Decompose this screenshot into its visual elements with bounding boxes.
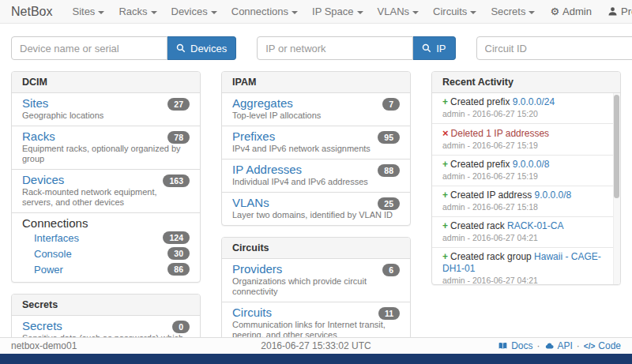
nav-menu-vlans[interactable]: VLANs [371, 6, 426, 17]
docs-link[interactable]: Docs [498, 340, 532, 351]
recent-activity-title: Recent Activity [432, 72, 620, 93]
chevron-down-icon [211, 11, 217, 14]
nav-menu-ip-space[interactable]: IP Space [305, 6, 371, 17]
activity-row: +Created rack RACK-01-CA admin - 2016-06… [432, 217, 620, 248]
chevron-down-icon [151, 11, 157, 14]
racks-link[interactable]: Racks [22, 129, 55, 143]
ip-addresses-count-badge: 88 [378, 164, 400, 177]
interfaces-link[interactable]: Interfaces [34, 232, 163, 244]
list-item: 25 VLANs Layer two domains, identified b… [222, 193, 410, 225]
power-count-badge: 86 [167, 263, 190, 276]
ip-search-button[interactable]: IP [413, 36, 455, 60]
providers-link[interactable]: Providers [232, 262, 282, 276]
secrets-count-badge: 0 [172, 321, 190, 333]
nav-menu-circuits[interactable]: Circuits [426, 6, 483, 17]
nav-menu-devices[interactable]: Devices [164, 6, 224, 17]
interfaces-count-badge: 124 [163, 231, 190, 244]
nav-menu-racks[interactable]: Racks [111, 6, 164, 17]
chevron-down-icon [98, 11, 104, 14]
circuits-link[interactable]: Circuits [232, 306, 272, 319]
activity-object-link[interactable]: 9.0.0.0/8 [513, 159, 550, 170]
nav-menu-sites-label: Sites [72, 6, 95, 17]
vlans-link[interactable]: VLANs [232, 196, 269, 209]
dcim-panel-title: DCIM [12, 72, 200, 93]
footer: netbox-demo01 2016-06-27 15:33:02 UTC Do… [0, 337, 632, 354]
nav-menu-secrets[interactable]: Secrets [483, 6, 542, 17]
activity-row: ×Deleted 1 IP addresses admin - 2016-06-… [432, 124, 620, 156]
activity-row: +Created IP address 9.0.0.0/8 admin - 20… [432, 186, 620, 217]
nav-menu-secrets-label: Secrets [491, 6, 525, 17]
chevron-down-icon [357, 11, 363, 14]
list-item: Console 30 [22, 246, 190, 261]
activity-object-link[interactable]: RACK-01-CA [507, 220, 563, 231]
devices-link[interactable]: Devices [22, 173, 64, 186]
chevron-down-icon [412, 11, 419, 14]
ip-addresses-link[interactable]: IP Addresses [232, 163, 302, 176]
user-icon [608, 6, 618, 17]
code-link[interactable]: </> Code [584, 340, 621, 351]
aggregates-link[interactable]: Aggregates [232, 96, 293, 110]
power-link[interactable]: Power [34, 264, 167, 276]
profile-link[interactable]: Profile [600, 6, 632, 17]
nav-menu-ip-space-label: IP Space [312, 6, 354, 17]
gear-icon: ⚙ [550, 6, 559, 17]
console-link[interactable]: Console [34, 248, 167, 260]
chevron-down-icon [529, 11, 535, 14]
plus-icon: + [442, 159, 448, 170]
activity-meta: admin - 2016-06-27 15:20 [442, 109, 603, 119]
activity-object-link[interactable]: 9.0.0.0/24 [513, 96, 555, 107]
api-link-label: API [558, 340, 573, 351]
list-item: 78 Racks Equipment racks, optionally org… [12, 126, 200, 170]
activity-action: Deleted 1 IP addresses [451, 128, 550, 139]
scrollbar-thumb[interactable] [614, 95, 619, 198]
circuits-count-badge: 11 [378, 307, 400, 320]
activity-action: Created IP address [450, 190, 532, 201]
devices-description: Rack-mounted network equipment, servers,… [22, 187, 190, 208]
api-link[interactable]: API [544, 340, 573, 351]
chevron-down-icon [470, 11, 476, 14]
code-link-label: Code [598, 340, 621, 351]
netbox-logo[interactable]: NetBox [11, 5, 52, 19]
profile-link-label: Profile [621, 6, 632, 17]
device-search-button-label: Devices [190, 43, 227, 54]
circuit-search-group: Circuits [476, 36, 632, 60]
nav-menu-vlans-label: VLANs [378, 6, 409, 17]
activity-action: Created prefix [450, 96, 510, 107]
vlans-count-badge: 25 [378, 197, 400, 210]
nav-menu-connections-label: Connections [231, 6, 288, 17]
search-icon [176, 43, 186, 53]
list-item: Interfaces 124 [22, 230, 190, 246]
list-item: 7 Aggregates Top-level IP allocations [222, 93, 410, 126]
ip-search-button-label: IP [436, 43, 446, 54]
providers-description: Organizations which provide circuit conn… [232, 276, 400, 297]
list-item: 6 Providers Organizations which provide … [222, 259, 410, 302]
nav-menu-connections[interactable]: Connections [224, 6, 305, 17]
plus-icon: + [442, 96, 448, 107]
activity-meta: admin - 2016-06-27 15:19 [442, 141, 603, 151]
admin-link[interactable]: ⚙ Admin [542, 6, 600, 17]
prefixes-count-badge: 95 [378, 131, 400, 144]
sites-description: Geographic locations [22, 111, 190, 121]
circuits-panel: Circuits 6 Providers Organizations which… [221, 237, 411, 346]
prefixes-link[interactable]: Prefixes [232, 129, 275, 143]
activity-object-link[interactable]: 9.0.0.0/8 [535, 190, 572, 201]
racks-description: Equipment racks, optionally organized by… [22, 144, 190, 164]
code-icon: </> [584, 342, 595, 351]
activity-list: +Created prefix 9.0.0.0/24 admin - 2016-… [432, 93, 620, 284]
ip-search-input[interactable] [257, 36, 413, 60]
devices-count-badge: 163 [163, 174, 190, 187]
nav-menu-sites[interactable]: Sites [65, 6, 111, 17]
list-item: Power 86 [22, 261, 190, 277]
column-ipam: IPAM 7 Aggregates Top-level IP allocatio… [221, 71, 411, 357]
list-item: 27 Sites Geographic locations [12, 93, 200, 126]
device-search-input[interactable] [11, 36, 167, 60]
secrets-link[interactable]: Secrets [22, 319, 62, 332]
circuit-search-input[interactable] [476, 36, 632, 60]
device-search-button[interactable]: Devices [167, 36, 236, 60]
secrets-panel-title: Secrets [12, 295, 200, 316]
column-activity: Recent Activity +Created prefix 9.0.0.0/… [431, 71, 621, 296]
sites-link[interactable]: Sites [22, 96, 48, 110]
separator: · [537, 340, 540, 351]
chevron-down-icon [292, 11, 298, 14]
search-row: Devices IP Circuits [0, 24, 632, 60]
